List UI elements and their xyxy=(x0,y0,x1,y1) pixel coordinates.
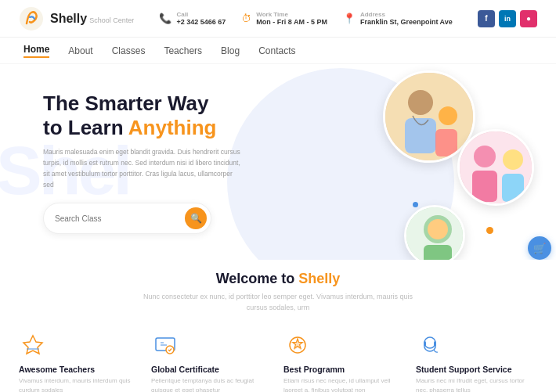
svg-rect-17 xyxy=(27,348,39,350)
hero-title: The Smarter Way to Learn Anything xyxy=(43,92,243,140)
svg-point-2 xyxy=(408,90,433,115)
address-label: Address xyxy=(360,11,453,18)
call-icon: 📞 xyxy=(159,13,171,24)
logo-text: Shelly School Center xyxy=(50,12,134,26)
hero-images xyxy=(323,70,534,260)
hero-description: Mauris malesuada enim eget blandit gravi… xyxy=(43,146,243,190)
hero-title-highlight: Anything xyxy=(128,116,217,139)
hero-section: Shel The Smarter Way to Learn Anything M… xyxy=(0,64,556,260)
svg-rect-26 xyxy=(434,341,436,346)
best-programm-title: Best Programm xyxy=(283,365,405,374)
map-pin-icon: 📍 xyxy=(343,13,356,24)
feature-global-certificate: Global Certificate Pellentque temptanya … xyxy=(151,331,273,392)
logo-area: Shelly School Center xyxy=(19,6,134,31)
welcome-description: Nunc consectetur ex nunc, id porttitor l… xyxy=(137,291,419,314)
svg-point-10 xyxy=(503,149,523,170)
welcome-title: Welcome to Shelly xyxy=(23,271,533,287)
address-info: 📍 Address Franklin St, Greenpoint Ave xyxy=(343,11,453,26)
welcome-section: Welcome to Shelly Nunc consectetur ex nu… xyxy=(0,260,556,331)
header-info: 📞 Call +2 342 5466 67 ⏱ Work Time Mon - … xyxy=(159,11,452,26)
address-value: Franklin St, Greenpoint Ave xyxy=(360,18,453,26)
header: Shelly School Center 📞 Call +2 342 5466 … xyxy=(0,0,556,38)
awesome-teachers-title: Awesome Teachers xyxy=(19,365,140,374)
svg-rect-4 xyxy=(405,118,436,153)
nav-blog[interactable]: Blog xyxy=(221,45,240,56)
global-certificate-title: Global Certificate xyxy=(151,365,273,374)
instagram-button[interactable]: ● xyxy=(520,10,537,27)
svg-point-8 xyxy=(474,146,496,167)
best-programm-icon xyxy=(283,331,405,361)
nav-home[interactable]: Home xyxy=(23,44,49,58)
social-icons: f in ● xyxy=(478,10,537,27)
nav-contacts[interactable]: Contacts xyxy=(258,45,295,56)
svg-rect-25 xyxy=(424,341,426,346)
svg-rect-23 xyxy=(416,331,444,359)
search-input[interactable] xyxy=(55,214,185,223)
best-programm-desc: Etiam risus nec neque, id ullamput vell … xyxy=(283,376,405,392)
feature-awesome-teachers: Awesome Teachers Vivamus interdum, mauri… xyxy=(19,331,140,392)
feature-best-programm: Best Programm Etiam risus nec neque, id … xyxy=(283,331,405,392)
call-value: +2 342 5466 67 xyxy=(176,18,226,26)
svg-point-14 xyxy=(428,219,448,239)
logo-subtitle: School Center xyxy=(89,16,134,24)
welcome-highlight: Shelly xyxy=(298,271,340,286)
linkedin-button[interactable]: in xyxy=(499,10,516,27)
feature-student-support: Student Support Service Mauris nec mi If… xyxy=(416,331,537,392)
svg-rect-11 xyxy=(502,174,524,202)
worktime-label: Work Time xyxy=(256,11,327,18)
nav-classes[interactable]: Classes xyxy=(112,45,146,56)
svg-point-5 xyxy=(439,106,457,125)
logo-name: Shelly xyxy=(50,12,87,25)
search-button[interactable]: 🔍 xyxy=(185,207,207,229)
clock-icon: ⏱ xyxy=(241,13,251,24)
awesome-teachers-desc: Vivamus interdum, mauris interdum quis c… xyxy=(19,376,140,392)
hero-image-2 xyxy=(457,129,534,206)
cart-button[interactable]: 🛒 xyxy=(528,236,551,260)
worktime-value: Mon - Fri 8 AM - 5 PM xyxy=(256,18,327,26)
dot-blue xyxy=(413,202,418,207)
svg-rect-9 xyxy=(472,171,497,202)
nav-about[interactable]: About xyxy=(68,45,92,56)
svg-rect-6 xyxy=(435,129,457,156)
awesome-teachers-icon xyxy=(19,331,140,361)
call-label: Call xyxy=(176,11,226,18)
search-bar: 🔍 xyxy=(43,203,211,234)
student-support-desc: Mauris nec mi Ifrudit eget, cursus torto… xyxy=(416,376,537,392)
facebook-button[interactable]: f xyxy=(478,10,495,27)
features-section: Awesome Teachers Vivamus interdum, mauri… xyxy=(0,331,556,392)
nav-teachers[interactable]: Teachers xyxy=(164,45,202,56)
hero-image-3 xyxy=(404,205,465,260)
logo-icon xyxy=(19,6,44,31)
student-support-icon xyxy=(416,331,537,361)
global-certificate-icon xyxy=(151,331,273,361)
dot-orange xyxy=(486,227,493,234)
student-support-title: Student Support Service xyxy=(416,365,537,374)
svg-rect-15 xyxy=(424,245,452,260)
svg-point-0 xyxy=(20,7,43,31)
call-info: 📞 Call +2 342 5466 67 xyxy=(159,11,226,26)
hero-content: The Smarter Way to Learn Anything Mauris… xyxy=(43,84,243,234)
worktime-info: ⏱ Work Time Mon - Fri 8 AM - 5 PM xyxy=(241,11,327,26)
global-certificate-desc: Pellentque temptanya duis ac feugiat qui… xyxy=(151,376,273,392)
navigation: Home About Classes Teachers Blog Contact… xyxy=(0,38,556,64)
